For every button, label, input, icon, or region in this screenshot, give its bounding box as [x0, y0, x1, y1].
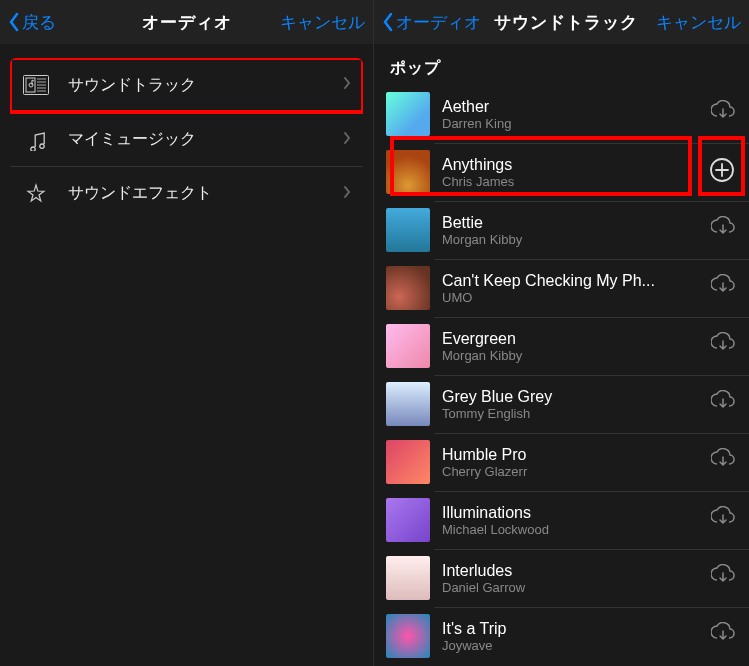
album-art [386, 324, 430, 368]
navbar-right: オーディオ サウンドトラック キャンセル [374, 0, 749, 44]
back-label: 戻る [22, 11, 56, 34]
download-track-button[interactable] [711, 564, 735, 592]
track-row[interactable]: Grey Blue GreyTommy English [374, 375, 749, 433]
track-row[interactable]: AnythingsChris James [374, 143, 749, 201]
back-button[interactable]: オーディオ [382, 11, 481, 34]
cloud-download-icon [711, 506, 735, 530]
chevron-right-icon [343, 76, 351, 94]
list-item-label: マイミュージック [68, 129, 196, 150]
track-artist: Daniel Garrow [442, 580, 699, 595]
album-art [386, 614, 430, 658]
cancel-button[interactable]: キャンセル [275, 11, 365, 34]
list-item-mymusic[interactable]: マイミュージック [10, 112, 363, 166]
track-artist: Michael Lockwood [442, 522, 699, 537]
track-title: Aether [442, 98, 699, 116]
sound-effect-icon [22, 180, 50, 208]
track-meta: InterludesDaniel Garrow [442, 562, 699, 595]
download-track-button[interactable] [711, 506, 735, 534]
track-title: Interludes [442, 562, 699, 580]
track-meta: EvergreenMorgan Kibby [442, 330, 699, 363]
track-row[interactable]: InterludesDaniel Garrow [374, 549, 749, 607]
track-artist: Morgan Kibby [442, 232, 699, 247]
track-artist: Cherry Glazerr [442, 464, 699, 479]
track-meta: Humble ProCherry Glazerr [442, 446, 699, 479]
music-note-icon [22, 126, 50, 154]
album-art [386, 382, 430, 426]
svg-rect-1 [26, 78, 35, 92]
page-title: サウンドトラック [481, 11, 651, 34]
cancel-button[interactable]: キャンセル [651, 11, 741, 34]
page-title: オーディオ [98, 11, 275, 34]
album-art [386, 556, 430, 600]
download-track-button[interactable] [711, 274, 735, 302]
chevron-left-icon [8, 12, 20, 32]
download-track-button[interactable] [711, 622, 735, 650]
list-item-soundeffect[interactable]: サウンドエフェクト [10, 166, 363, 220]
track-row[interactable]: It's a TripJoywave [374, 607, 749, 665]
cloud-download-icon [711, 390, 735, 414]
soundtrack-panel: オーディオ サウンドトラック キャンセル ポップ AetherDarren Ki… [374, 0, 749, 666]
album-art [386, 266, 430, 310]
track-meta: AetherDarren King [442, 98, 699, 131]
track-row[interactable]: Can't Keep Checking My Ph...UMO [374, 259, 749, 317]
category-list: サウンドトラック マイミュージック サウンドエフェクト [10, 58, 363, 220]
download-track-button[interactable] [711, 100, 735, 128]
album-art [386, 498, 430, 542]
cloud-download-icon [711, 274, 735, 298]
cloud-download-icon [711, 332, 735, 356]
download-track-button[interactable] [711, 390, 735, 418]
plus-circle-icon [709, 157, 735, 183]
track-artist: UMO [442, 290, 699, 305]
track-artist: Morgan Kibby [442, 348, 699, 363]
track-artist: Tommy English [442, 406, 699, 421]
track-title: It's a Trip [442, 620, 699, 638]
track-row[interactable]: EvergreenMorgan Kibby [374, 317, 749, 375]
track-meta: IlluminationsMichael Lockwood [442, 504, 699, 537]
track-title: Grey Blue Grey [442, 388, 699, 406]
album-art [386, 150, 430, 194]
track-title: Bettie [442, 214, 699, 232]
list-item-label: サウンドエフェクト [68, 183, 212, 204]
track-list: AetherDarren KingAnythingsChris JamesBet… [374, 85, 749, 665]
track-row[interactable]: AetherDarren King [374, 85, 749, 143]
download-track-button[interactable] [711, 216, 735, 244]
track-meta: AnythingsChris James [442, 156, 697, 189]
chevron-right-icon [343, 185, 351, 203]
list-item-soundtrack[interactable]: サウンドトラック [10, 58, 363, 112]
track-title: Humble Pro [442, 446, 699, 464]
soundtrack-icon [22, 71, 50, 99]
back-label: オーディオ [396, 11, 481, 34]
album-art [386, 208, 430, 252]
track-row[interactable]: Humble ProCherry Glazerr [374, 433, 749, 491]
chevron-left-icon [382, 12, 394, 32]
track-title: Illuminations [442, 504, 699, 522]
album-art [386, 440, 430, 484]
download-track-button[interactable] [711, 448, 735, 476]
chevron-right-icon [343, 131, 351, 149]
track-artist: Darren King [442, 116, 699, 131]
track-row[interactable]: IlluminationsMichael Lockwood [374, 491, 749, 549]
cloud-download-icon [711, 448, 735, 472]
download-track-button[interactable] [711, 332, 735, 360]
cloud-download-icon [711, 216, 735, 240]
track-title: Anythings [442, 156, 697, 174]
add-track-button[interactable] [709, 157, 735, 187]
list-item-label: サウンドトラック [68, 75, 196, 96]
back-button[interactable]: 戻る [8, 11, 98, 34]
album-art [386, 92, 430, 136]
track-title: Can't Keep Checking My Ph... [442, 272, 699, 290]
track-meta: Grey Blue GreyTommy English [442, 388, 699, 421]
track-meta: It's a TripJoywave [442, 620, 699, 653]
track-meta: Can't Keep Checking My Ph...UMO [442, 272, 699, 305]
track-meta: BettieMorgan Kibby [442, 214, 699, 247]
cloud-download-icon [711, 564, 735, 588]
section-header-pop: ポップ [374, 44, 749, 85]
track-artist: Chris James [442, 174, 697, 189]
track-artist: Joywave [442, 638, 699, 653]
audio-categories-panel: 戻る オーディオ キャンセル サウンドトラック マイミュージック [0, 0, 374, 666]
track-row[interactable]: BettieMorgan Kibby [374, 201, 749, 259]
navbar-left: 戻る オーディオ キャンセル [0, 0, 373, 44]
cloud-download-icon [711, 100, 735, 124]
track-title: Evergreen [442, 330, 699, 348]
cloud-download-icon [711, 622, 735, 646]
